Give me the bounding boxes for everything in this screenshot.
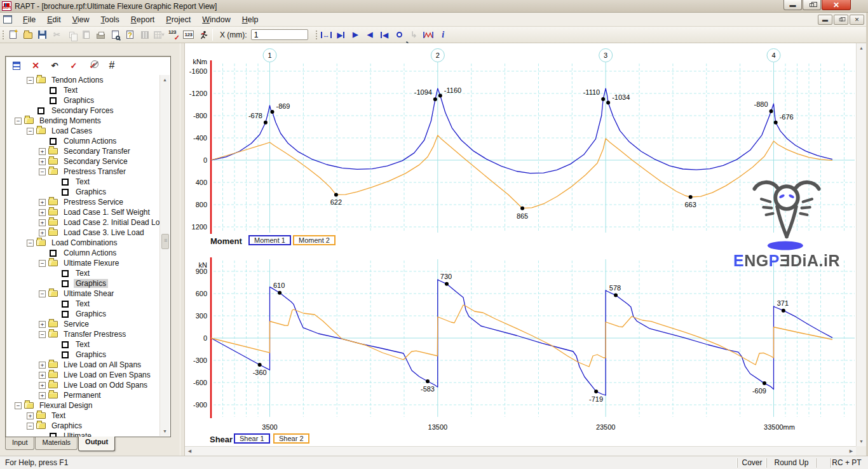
chart-scroll-left-icon[interactable]: ◀ <box>185 447 194 456</box>
tree-item-graphics[interactable]: Graphics <box>6 309 159 319</box>
report-checkbox[interactable] <box>50 87 57 94</box>
delete-x-icon[interactable]: ✕ <box>30 60 41 71</box>
report-checkbox[interactable] <box>50 138 57 145</box>
tree-item-secondary-service[interactable]: +Secondary Service <box>6 156 159 167</box>
report-checkbox[interactable] <box>50 250 57 257</box>
tree-item-secondary-forces[interactable]: Secondary Forces <box>6 105 159 116</box>
tree-item-permanent[interactable]: +Permanent <box>6 390 159 400</box>
collapse-icon[interactable]: − <box>27 423 34 430</box>
fit-extents-icon[interactable]: ↔ <box>319 28 334 42</box>
expand-icon[interactable]: + <box>39 362 46 369</box>
menu-tools[interactable]: Tools <box>95 14 125 25</box>
report-checkbox[interactable] <box>62 179 69 186</box>
menu-edit[interactable]: Edit <box>41 14 67 25</box>
mdi-close-button[interactable]: ✕ <box>850 15 864 25</box>
report-checkbox[interactable] <box>37 107 44 114</box>
expand-icon[interactable]: + <box>39 382 46 389</box>
clear-check-icon[interactable]: ✓ <box>87 60 98 71</box>
run-icon[interactable] <box>196 28 210 42</box>
close-button[interactable]: ✕ <box>822 0 851 10</box>
chart-scroll-up-icon[interactable]: ▲ <box>857 43 866 53</box>
menu-window[interactable]: Window <box>196 14 236 25</box>
tree-item-ultimate-shear[interactable]: −Ultimate Shear <box>6 289 159 299</box>
waveform-icon[interactable] <box>421 28 436 42</box>
panel-splitter[interactable] <box>180 43 185 456</box>
new-document-icon[interactable]: ✦ <box>6 28 20 42</box>
tree-item-live-load-on-odd-spans[interactable]: +Live Load on Odd Spans <box>6 380 159 390</box>
tree-item-tendon-actions[interactable]: −Tendon Actions <box>6 75 159 85</box>
collapse-icon[interactable]: − <box>15 118 22 125</box>
report-checkbox[interactable] <box>62 351 69 358</box>
tree-item-ultimate-flexure[interactable]: −Ultimate Flexure <box>6 258 159 268</box>
toolbar-grip[interactable] <box>1 29 4 41</box>
goto-start-icon[interactable]: ◀ <box>377 28 392 42</box>
maximize-button[interactable] <box>803 0 821 10</box>
next-icon[interactable]: ▶ <box>348 28 363 42</box>
expand-icon[interactable]: + <box>39 392 46 399</box>
mdi-restore-button[interactable] <box>834 15 848 25</box>
menu-project[interactable]: Project <box>160 14 196 25</box>
tree-item-graphics[interactable]: Graphics <box>6 95 159 105</box>
report-checkbox[interactable] <box>50 433 57 437</box>
expand-icon[interactable]: + <box>39 321 46 328</box>
tree-item-graphics[interactable]: Graphics <box>6 350 159 360</box>
tree-item-text[interactable]: Text <box>6 177 159 187</box>
copy-icon[interactable] <box>64 28 79 42</box>
tree-item-prestress-service[interactable]: +Prestress Service <box>6 197 159 207</box>
tree-item-text[interactable]: Text <box>6 339 159 350</box>
tree-scroll-thumb[interactable] <box>161 234 169 249</box>
tree-item-text[interactable]: Text <box>6 85 159 95</box>
menu-file[interactable]: File <box>17 14 41 25</box>
moment-2-legend-button[interactable]: Moment 2 <box>293 235 336 245</box>
column-grid-icon[interactable] <box>137 28 152 42</box>
chart-scroll-right-icon[interactable]: ▶ <box>846 447 856 456</box>
report-checkbox[interactable] <box>62 270 69 277</box>
expand-icon[interactable]: + <box>39 372 46 379</box>
scroll-down-icon[interactable]: ▼ <box>160 426 170 436</box>
report-checkbox[interactable] <box>62 341 69 348</box>
print-icon[interactable] <box>93 28 108 42</box>
tree-item-text[interactable]: +Text <box>6 411 159 421</box>
report-checkbox[interactable] <box>62 189 69 196</box>
tree-item-ultimate[interactable]: Ultimate <box>6 431 159 437</box>
rotate-view-icon[interactable]: ↳ <box>407 28 421 42</box>
recalc-check-icon[interactable]: 123✓ <box>166 28 181 42</box>
shear-1-legend-button[interactable]: Shear 1 <box>234 433 270 444</box>
tree-item-bending-moments[interactable]: −Bending Moments <box>6 116 159 126</box>
tree-item-live-load-on-even-spans[interactable]: +Live Load on Even Spans <box>6 370 159 380</box>
report-scroll-icon[interactable] <box>11 60 22 71</box>
zoom-icon[interactable] <box>392 28 407 42</box>
tree-item-graphics[interactable]: Graphics <box>6 187 159 197</box>
minimize-button[interactable]: ▬ <box>783 0 802 10</box>
tree-item-load-case-3-live-load[interactable]: +Load Case 3. Live Load <box>6 228 159 238</box>
mdi-document-icon[interactable] <box>3 15 12 24</box>
report-checkbox[interactable] <box>50 97 57 104</box>
collapse-icon[interactable]: − <box>27 240 34 247</box>
save-icon[interactable] <box>35 28 50 42</box>
tree-item-graphics[interactable]: −Graphics <box>6 421 159 431</box>
collapse-icon[interactable]: − <box>39 290 46 297</box>
tree-item-load-combinations[interactable]: −Load Combinations <box>6 238 159 248</box>
x-coordinate-input[interactable] <box>251 29 308 40</box>
moment-1-legend-button[interactable]: Moment 1 <box>248 235 291 245</box>
number-box-icon[interactable]: 123 <box>181 28 196 42</box>
paste-icon[interactable] <box>79 28 93 42</box>
expand-icon[interactable]: + <box>39 209 46 216</box>
tree-item-prestress-transfer[interactable]: −Prestress Transfer <box>6 167 159 177</box>
tree-scrollbar[interactable]: ▲ ▼ <box>159 75 170 436</box>
expand-icon[interactable]: + <box>39 199 46 206</box>
info-icon[interactable]: i <box>436 28 451 42</box>
undo-icon[interactable]: ↶ <box>49 60 60 71</box>
expand-icon[interactable]: + <box>39 229 46 236</box>
chart-vertical-scrollbar[interactable]: ▲ ▼ <box>856 43 866 446</box>
tab-output[interactable]: Output <box>78 437 115 451</box>
prev-icon[interactable]: ◀ <box>363 28 377 42</box>
menu-view[interactable]: View <box>67 14 95 25</box>
expand-icon[interactable]: + <box>39 219 46 226</box>
mdi-minimize-button[interactable]: ▬ <box>818 15 832 25</box>
collapse-icon[interactable]: − <box>39 260 46 267</box>
tree-item-graphics[interactable]: Graphics <box>6 278 159 289</box>
tree-item-column-actions[interactable]: Column Actions <box>6 136 159 146</box>
tree-item-load-case-1-self-weight[interactable]: +Load Case 1. Self Weight <box>6 207 159 217</box>
expand-icon[interactable]: + <box>27 412 34 419</box>
